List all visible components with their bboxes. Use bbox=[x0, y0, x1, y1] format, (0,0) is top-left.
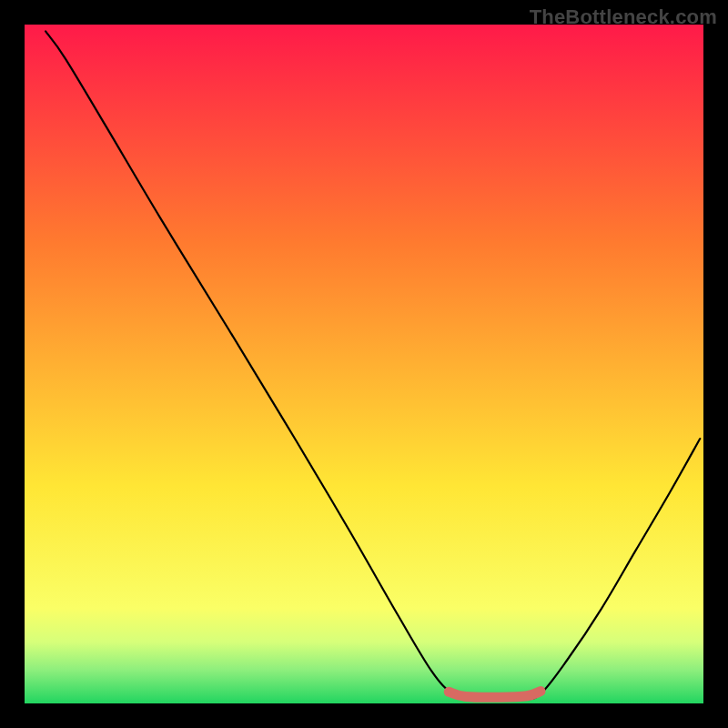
plot-background bbox=[25, 25, 703, 703]
watermark-label: TheBottleneck.com bbox=[530, 5, 717, 29]
chart-frame: TheBottleneck.com bbox=[0, 0, 728, 728]
bottleneck-chart bbox=[0, 0, 728, 728]
